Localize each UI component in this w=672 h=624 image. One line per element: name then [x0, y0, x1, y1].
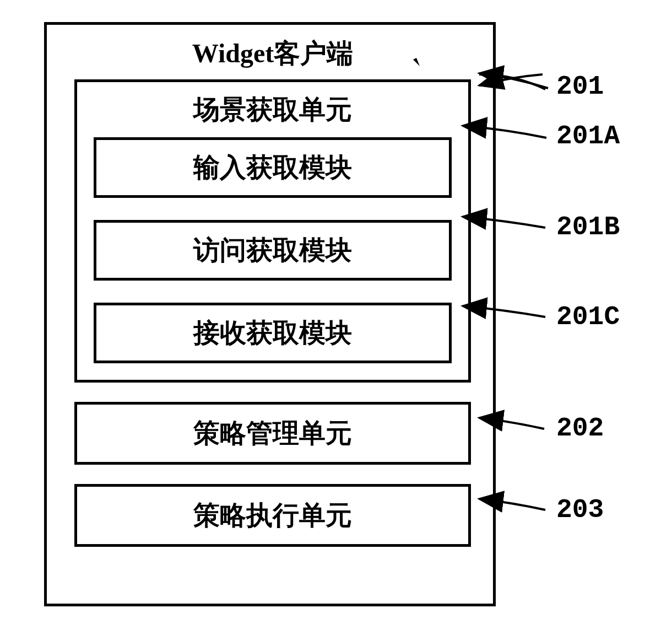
input-acquisition-module: 输入获取模块	[94, 137, 452, 198]
callout-201: 201	[556, 72, 604, 101]
module-label: 接收获取模块	[193, 318, 352, 347]
module-label: 输入获取模块	[193, 153, 352, 182]
module-label: 访问获取模块	[193, 235, 352, 265]
unit-label: 策略执行单元	[193, 501, 352, 530]
widget-client-container: Widget客户端 场景获取单元 输入获取模块 访问获取模块 接收获取模块 策略…	[44, 22, 496, 606]
access-acquisition-module: 访问获取模块	[94, 220, 452, 281]
callout-202: 202	[556, 413, 604, 443]
widget-client-title: Widget客户端	[74, 36, 471, 71]
callout-201c: 201C	[556, 302, 620, 332]
scene-acquisition-unit: 场景获取单元 输入获取模块 访问获取模块 接收获取模块	[74, 79, 471, 383]
scene-unit-title: 场景获取单元	[94, 92, 452, 127]
policy-management-unit: 策略管理单元	[74, 402, 471, 465]
callout-201b: 201B	[556, 212, 620, 242]
unit-label: 策略管理单元	[193, 418, 352, 448]
policy-execution-unit: 策略执行单元	[74, 484, 471, 547]
receive-acquisition-module: 接收获取模块	[94, 303, 452, 363]
callout-203: 203	[556, 495, 604, 525]
callout-201a: 201A	[556, 121, 620, 151]
